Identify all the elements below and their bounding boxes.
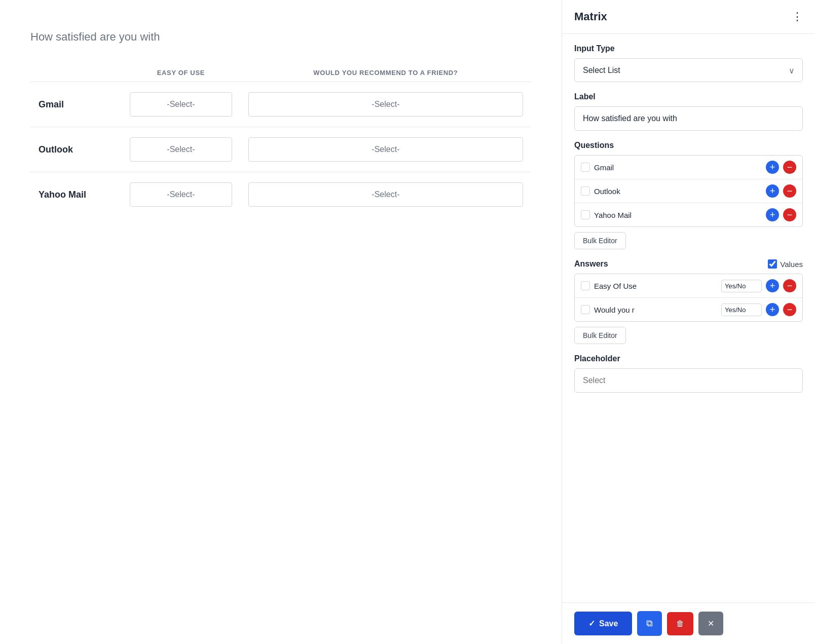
input-type-section: Input Type Select List [574, 44, 803, 82]
copy-icon: ⧉ [646, 618, 653, 629]
question-checkbox[interactable] [581, 210, 590, 219]
answer-text-input[interactable] [594, 282, 717, 290]
survey-question-label: How satisfied are you with [30, 30, 531, 44]
question-list-item: + − [575, 179, 802, 203]
kebab-menu-icon[interactable]: ⋮ [792, 11, 803, 22]
panel-footer: ✓ Save ⧉ 🗑 ✕ [562, 602, 815, 644]
close-button[interactable]: ✕ [698, 612, 723, 635]
values-checkbox-wrapper: Values [768, 259, 803, 269]
question-list-item: + − [575, 203, 802, 226]
row-label: Outlook [30, 127, 122, 172]
matrix-editor-panel: Matrix ⋮ Input Type Select List Label Qu… [562, 0, 815, 644]
question-checkbox[interactable] [581, 163, 590, 172]
add-question-button[interactable]: + [766, 184, 779, 198]
question-text-input[interactable] [594, 163, 762, 172]
answer-type-input[interactable] [721, 304, 762, 316]
questions-list: + − + − + − [574, 155, 803, 227]
select-box[interactable]: -Select- [130, 182, 232, 207]
panel-header: Matrix ⋮ [562, 0, 815, 34]
question-list-item: + − [575, 156, 802, 179]
select-box[interactable]: -Select- [248, 137, 523, 162]
answer-text-input[interactable] [594, 306, 717, 314]
label-section: Label [574, 92, 803, 131]
remove-question-button[interactable]: − [783, 161, 796, 174]
select-box[interactable]: -Select- [130, 137, 232, 162]
panel-body: Input Type Select List Label Questions +… [562, 34, 815, 602]
answers-header: Answers Values [574, 259, 803, 269]
placeholder-input[interactable] [574, 368, 803, 393]
save-label: Save [599, 619, 618, 628]
answer-list-item: + − [575, 298, 802, 321]
table-row: Gmail-Select--Select- [30, 82, 531, 127]
answer-checkbox[interactable] [581, 305, 590, 314]
answers-list: + − + − [574, 274, 803, 322]
question-checkbox[interactable] [581, 186, 590, 196]
save-button[interactable]: ✓ Save [574, 612, 632, 635]
answers-section: Answers Values + − + − Bulk Editor [574, 259, 803, 344]
questions-section-title: Questions [574, 141, 803, 150]
add-question-button[interactable]: + [766, 208, 779, 221]
survey-preview-panel: How satisfied are you with Easy of Use W… [0, 0, 562, 644]
matrix-table: Easy of Use Would you recommend to a fri… [30, 64, 531, 217]
answers-section-title: Answers [574, 259, 608, 269]
remove-answer-button[interactable]: − [783, 279, 796, 292]
questions-bulk-editor-button[interactable]: Bulk Editor [574, 232, 626, 249]
add-answer-button[interactable]: + [766, 279, 779, 292]
input-type-select[interactable]: Select List [574, 58, 803, 82]
label-section-title: Label [574, 92, 803, 101]
remove-answer-button[interactable]: − [783, 303, 796, 316]
table-row: Yahoo Mail-Select--Select- [30, 172, 531, 217]
add-answer-button[interactable]: + [766, 303, 779, 316]
values-checkbox[interactable] [768, 259, 777, 269]
questions-section: Questions + − + − + − Bulk Editor [574, 141, 803, 249]
table-row: Outlook-Select--Select- [30, 127, 531, 172]
col-header-recommend: Would you recommend to a friend? [240, 64, 531, 82]
select-box[interactable]: -Select- [248, 92, 523, 117]
placeholder-section: Placeholder [574, 354, 803, 393]
placeholder-section-title: Placeholder [574, 354, 803, 363]
add-question-button[interactable]: + [766, 161, 779, 174]
col-header-easy: Easy of Use [122, 64, 240, 82]
save-check-icon: ✓ [588, 619, 595, 628]
row-label: Gmail [30, 82, 122, 127]
delete-button[interactable]: 🗑 [667, 612, 693, 635]
question-text-input[interactable] [594, 187, 762, 196]
answers-bulk-editor-button[interactable]: Bulk Editor [574, 327, 626, 344]
select-box[interactable]: -Select- [130, 92, 232, 117]
values-label: Values [780, 260, 803, 269]
select-box[interactable]: -Select- [248, 182, 523, 207]
remove-question-button[interactable]: − [783, 184, 796, 198]
delete-icon: 🗑 [676, 619, 684, 628]
col-header-empty [30, 64, 122, 82]
close-icon: ✕ [708, 619, 714, 628]
remove-question-button[interactable]: − [783, 208, 796, 221]
row-label: Yahoo Mail [30, 172, 122, 217]
answer-type-input[interactable] [721, 280, 762, 292]
input-type-label: Input Type [574, 44, 803, 53]
answer-list-item: + − [575, 274, 802, 298]
panel-title: Matrix [574, 10, 607, 23]
input-type-select-wrapper: Select List [574, 58, 803, 82]
copy-button[interactable]: ⧉ [637, 611, 662, 636]
question-text-input[interactable] [594, 211, 762, 219]
label-input[interactable] [574, 106, 803, 131]
answer-checkbox[interactable] [581, 281, 590, 290]
